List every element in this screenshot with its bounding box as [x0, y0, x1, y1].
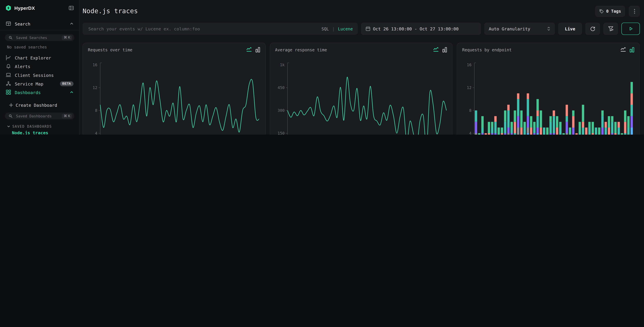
live-button[interactable]: Live — [558, 23, 582, 35]
toolbar: SQL | Lucene Oct 26 13:00:00 - Oct 27 13… — [82, 23, 640, 35]
sidebar-item-search[interactable]: Search — [0, 19, 79, 28]
saved-dashboards-heading-label: SAVED DASHBOARDS — [12, 124, 52, 128]
date-range-picker[interactable]: Oct 26 13:00:00 - Oct 27 13:00:00 — [361, 23, 481, 35]
sidebar-nav: Chart Explorer Alerts Client Sessions Se… — [0, 53, 79, 96]
svg-text:1k: 1k — [280, 63, 284, 67]
bar-chart-toggle[interactable] — [630, 47, 634, 52]
svg-text:16: 16 — [92, 63, 97, 67]
svg-text:8: 8 — [95, 108, 97, 113]
calendar-icon — [366, 26, 370, 31]
search-icon — [8, 36, 13, 40]
line-chart-toggle[interactable] — [620, 47, 626, 52]
tags-button[interactable]: 0 Tags — [595, 6, 625, 17]
svg-text:4: 4 — [469, 131, 472, 134]
hyperdx-app: HyperDX Search ⌘ K No saved searches — [0, 0, 644, 134]
cmd-k-shortcut: ⌘ K — [62, 35, 72, 40]
tag-icon — [599, 9, 604, 13]
chart-card-requests-over-time: Requests over time 0481216Oct 26 1:00:00… — [82, 43, 266, 134]
bell-icon — [6, 64, 11, 69]
brand-name: HyperDX — [14, 6, 66, 10]
chart-card-average-response-time: Average response time 01503004501kOct 26… — [270, 43, 452, 134]
svg-text:450: 450 — [278, 86, 284, 90]
sidebar-search-label: Search — [15, 21, 66, 26]
sidebar-item-alerts[interactable]: Alerts — [0, 62, 79, 70]
service-map-icon — [6, 81, 11, 86]
page-header: Node.js traces 0 Tags — [82, 6, 640, 17]
chart-title: Requests over time — [88, 48, 246, 52]
chart-svg: 0481216Oct 26 1:00:00 PM11:00:00 PM12:30… — [462, 54, 635, 134]
tags-label: 0 Tags — [606, 9, 621, 13]
chart-plot: 01503004501kOct 26 1:00:00 PM11:30:00 PM… — [275, 54, 447, 134]
saved-searches-input[interactable]: ⌘ K — [5, 34, 74, 41]
nav-label: Alerts — [15, 64, 74, 69]
line-chart-toggle[interactable] — [246, 47, 252, 52]
dashboard-link-nodejs-traces[interactable]: Node.js traces — [0, 130, 79, 134]
sidebar-item-chart-explorer[interactable]: Chart Explorer — [0, 53, 79, 62]
page-title: Node.js traces — [82, 8, 592, 15]
play-icon — [628, 26, 633, 31]
logo-row: HyperDX — [6, 5, 74, 11]
svg-text:16: 16 — [467, 63, 472, 67]
svg-text:4: 4 — [95, 131, 97, 134]
svg-text:12: 12 — [467, 86, 472, 90]
dashboards-grid-icon — [6, 90, 11, 95]
filter-button[interactable] — [603, 23, 618, 35]
select-chevrons-icon — [547, 26, 550, 31]
event-search-input[interactable] — [88, 26, 318, 32]
chart-card-requests-by-endpoint: Requests by endpoint 0481216Oct 26 1:00:… — [457, 43, 640, 134]
refresh-button[interactable] — [585, 23, 600, 35]
chevron-up-icon — [70, 22, 74, 26]
filter-funnel-icon — [608, 26, 614, 32]
sql-mode-toggle[interactable]: SQL — [322, 26, 329, 31]
line-chart-toggle[interactable] — [434, 47, 439, 52]
bar-chart-toggle[interactable] — [255, 47, 260, 52]
stage: HyperDX Search ⌘ K No saved searches — [0, 0, 644, 134]
search-section-icon — [6, 21, 11, 26]
svg-text:150: 150 — [278, 131, 284, 134]
collapse-sidebar-icon[interactable] — [68, 6, 74, 11]
sidebar: HyperDX Search ⌘ K No saved searches — [0, 0, 80, 134]
create-dashboard-label: Create Dashboard — [16, 103, 57, 108]
granularity-select[interactable]: Auto Granularity — [484, 23, 555, 35]
nav-label: Service Map — [15, 81, 56, 86]
chart-plot: 0481216Oct 26 1:00:00 PM11:00:00 PM12:30… — [462, 54, 634, 134]
saved-dashboards-input[interactable]: ⌘ K — [5, 112, 74, 120]
chevron-up-icon — [70, 90, 74, 94]
lucene-mode-toggle[interactable]: Lucene — [338, 26, 353, 31]
svg-text:12: 12 — [92, 86, 97, 90]
run-query-button[interactable] — [621, 23, 640, 35]
svg-text:300: 300 — [278, 108, 284, 113]
date-range-value: Oct 26 13:00:00 - Oct 27 13:00:00 — [373, 26, 458, 31]
saved-dashboards-heading[interactable]: SAVED DASHBOARDS — [0, 124, 79, 130]
bar-chart-toggle[interactable] — [442, 47, 447, 52]
chart-title: Average response time — [275, 48, 434, 52]
svg-text:8: 8 — [469, 108, 472, 113]
sidebar-item-dashboards[interactable]: Dashboards — [0, 88, 79, 96]
laptop-icon — [6, 72, 11, 78]
chart-svg: 0481216Oct 26 1:00:00 PM11:30:00 PM12:30… — [88, 54, 260, 134]
chevron-down-icon — [7, 125, 10, 128]
nav-label: Client Sessions — [15, 72, 74, 77]
saved-dashboards-field[interactable] — [15, 114, 59, 118]
event-search: SQL | Lucene — [82, 23, 358, 35]
create-dashboard-button[interactable]: Create Dashboard — [0, 101, 79, 109]
sidebar-item-client-sessions[interactable]: Client Sessions — [0, 70, 79, 79]
more-options-button[interactable] — [629, 6, 640, 17]
refresh-icon — [590, 26, 596, 32]
chart-explorer-icon — [6, 55, 11, 60]
dashboard-grid: Requests over time 0481216Oct 26 1:00:00… — [82, 43, 640, 134]
chart-plot: 0481216Oct 26 1:00:00 PM11:30:00 PM12:30… — [88, 54, 260, 134]
saved-searches-field[interactable] — [15, 35, 59, 40]
hyperdx-logo-icon[interactable] — [6, 5, 12, 11]
sidebar-divider — [0, 30, 79, 30]
mode-divider: | — [332, 26, 335, 31]
kebab-menu-icon — [634, 8, 635, 14]
main-content: Node.js traces 0 Tags SQL | Lucene — [80, 0, 644, 134]
beta-badge: BETA — [60, 81, 74, 86]
granularity-value: Auto Granularity — [489, 26, 545, 31]
sidebar-item-service-map[interactable]: Service Map BETA — [0, 79, 79, 88]
chart-svg: 01503004501kOct 26 1:00:00 PM11:30:00 PM… — [275, 54, 448, 134]
search-icon — [8, 114, 13, 118]
plus-icon — [9, 103, 13, 107]
nav-label: Chart Explorer — [15, 55, 74, 60]
